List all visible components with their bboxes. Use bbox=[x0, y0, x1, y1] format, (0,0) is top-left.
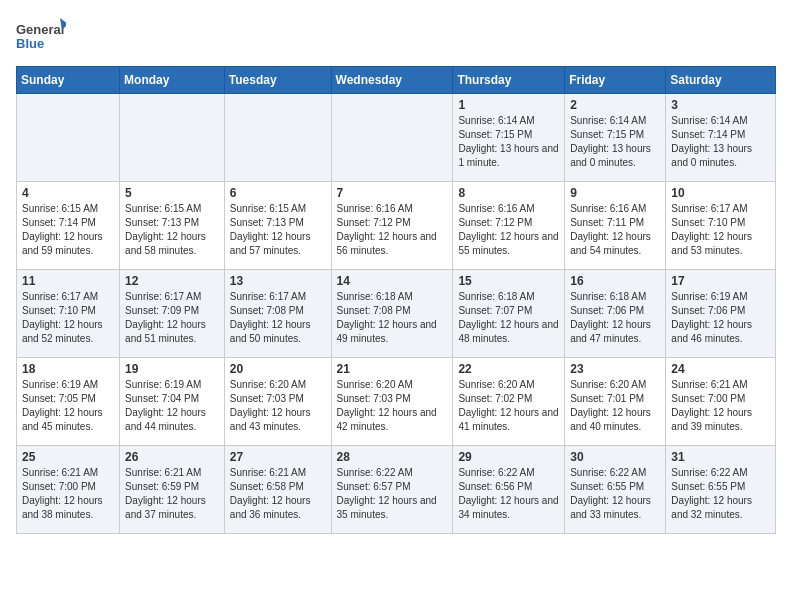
day-number: 7 bbox=[337, 186, 448, 200]
day-number: 15 bbox=[458, 274, 559, 288]
svg-text:General: General bbox=[16, 22, 64, 37]
day-info: Sunrise: 6:16 AM Sunset: 7:11 PM Dayligh… bbox=[570, 202, 660, 258]
calendar-day-3: 3Sunrise: 6:14 AM Sunset: 7:14 PM Daylig… bbox=[666, 94, 776, 182]
day-number: 25 bbox=[22, 450, 114, 464]
calendar-day-23: 23Sunrise: 6:20 AM Sunset: 7:01 PM Dayli… bbox=[565, 358, 666, 446]
day-number: 17 bbox=[671, 274, 770, 288]
day-info: Sunrise: 6:22 AM Sunset: 6:57 PM Dayligh… bbox=[337, 466, 448, 522]
calendar-day-7: 7Sunrise: 6:16 AM Sunset: 7:12 PM Daylig… bbox=[331, 182, 453, 270]
calendar-day-14: 14Sunrise: 6:18 AM Sunset: 7:08 PM Dayli… bbox=[331, 270, 453, 358]
day-header-wednesday: Wednesday bbox=[331, 67, 453, 94]
day-number: 30 bbox=[570, 450, 660, 464]
day-header-sunday: Sunday bbox=[17, 67, 120, 94]
day-number: 3 bbox=[671, 98, 770, 112]
day-header-tuesday: Tuesday bbox=[224, 67, 331, 94]
day-number: 1 bbox=[458, 98, 559, 112]
calendar-day-31: 31Sunrise: 6:22 AM Sunset: 6:55 PM Dayli… bbox=[666, 446, 776, 534]
calendar-week-row: 18Sunrise: 6:19 AM Sunset: 7:05 PM Dayli… bbox=[17, 358, 776, 446]
day-info: Sunrise: 6:17 AM Sunset: 7:09 PM Dayligh… bbox=[125, 290, 219, 346]
calendar-day-21: 21Sunrise: 6:20 AM Sunset: 7:03 PM Dayli… bbox=[331, 358, 453, 446]
calendar-day-8: 8Sunrise: 6:16 AM Sunset: 7:12 PM Daylig… bbox=[453, 182, 565, 270]
calendar-day-2: 2Sunrise: 6:14 AM Sunset: 7:15 PM Daylig… bbox=[565, 94, 666, 182]
day-number: 28 bbox=[337, 450, 448, 464]
day-number: 13 bbox=[230, 274, 326, 288]
day-number: 16 bbox=[570, 274, 660, 288]
calendar-day-4: 4Sunrise: 6:15 AM Sunset: 7:14 PM Daylig… bbox=[17, 182, 120, 270]
day-info: Sunrise: 6:14 AM Sunset: 7:15 PM Dayligh… bbox=[458, 114, 559, 170]
day-number: 4 bbox=[22, 186, 114, 200]
day-info: Sunrise: 6:14 AM Sunset: 7:15 PM Dayligh… bbox=[570, 114, 660, 170]
day-info: Sunrise: 6:21 AM Sunset: 7:00 PM Dayligh… bbox=[671, 378, 770, 434]
calendar-day-11: 11Sunrise: 6:17 AM Sunset: 7:10 PM Dayli… bbox=[17, 270, 120, 358]
day-info: Sunrise: 6:22 AM Sunset: 6:55 PM Dayligh… bbox=[671, 466, 770, 522]
calendar-day-18: 18Sunrise: 6:19 AM Sunset: 7:05 PM Dayli… bbox=[17, 358, 120, 446]
day-info: Sunrise: 6:19 AM Sunset: 7:04 PM Dayligh… bbox=[125, 378, 219, 434]
calendar-day-16: 16Sunrise: 6:18 AM Sunset: 7:06 PM Dayli… bbox=[565, 270, 666, 358]
logo-svg: General Blue bbox=[16, 16, 66, 58]
day-number: 2 bbox=[570, 98, 660, 112]
calendar-day-17: 17Sunrise: 6:19 AM Sunset: 7:06 PM Dayli… bbox=[666, 270, 776, 358]
day-info: Sunrise: 6:22 AM Sunset: 6:56 PM Dayligh… bbox=[458, 466, 559, 522]
day-info: Sunrise: 6:20 AM Sunset: 7:03 PM Dayligh… bbox=[230, 378, 326, 434]
day-info: Sunrise: 6:14 AM Sunset: 7:14 PM Dayligh… bbox=[671, 114, 770, 170]
day-number: 14 bbox=[337, 274, 448, 288]
day-info: Sunrise: 6:15 AM Sunset: 7:13 PM Dayligh… bbox=[230, 202, 326, 258]
day-number: 22 bbox=[458, 362, 559, 376]
calendar-day-9: 9Sunrise: 6:16 AM Sunset: 7:11 PM Daylig… bbox=[565, 182, 666, 270]
day-info: Sunrise: 6:20 AM Sunset: 7:03 PM Dayligh… bbox=[337, 378, 448, 434]
calendar-day-29: 29Sunrise: 6:22 AM Sunset: 6:56 PM Dayli… bbox=[453, 446, 565, 534]
calendar-day-5: 5Sunrise: 6:15 AM Sunset: 7:13 PM Daylig… bbox=[120, 182, 225, 270]
calendar-week-row: 1Sunrise: 6:14 AM Sunset: 7:15 PM Daylig… bbox=[17, 94, 776, 182]
day-number: 24 bbox=[671, 362, 770, 376]
calendar-day-27: 27Sunrise: 6:21 AM Sunset: 6:58 PM Dayli… bbox=[224, 446, 331, 534]
calendar-day-1: 1Sunrise: 6:14 AM Sunset: 7:15 PM Daylig… bbox=[453, 94, 565, 182]
day-number: 18 bbox=[22, 362, 114, 376]
day-info: Sunrise: 6:18 AM Sunset: 7:06 PM Dayligh… bbox=[570, 290, 660, 346]
day-info: Sunrise: 6:20 AM Sunset: 7:02 PM Dayligh… bbox=[458, 378, 559, 434]
day-header-saturday: Saturday bbox=[666, 67, 776, 94]
day-info: Sunrise: 6:16 AM Sunset: 7:12 PM Dayligh… bbox=[337, 202, 448, 258]
calendar-week-row: 25Sunrise: 6:21 AM Sunset: 7:00 PM Dayli… bbox=[17, 446, 776, 534]
calendar-day-12: 12Sunrise: 6:17 AM Sunset: 7:09 PM Dayli… bbox=[120, 270, 225, 358]
calendar-day-15: 15Sunrise: 6:18 AM Sunset: 7:07 PM Dayli… bbox=[453, 270, 565, 358]
day-number: 27 bbox=[230, 450, 326, 464]
day-info: Sunrise: 6:21 AM Sunset: 7:00 PM Dayligh… bbox=[22, 466, 114, 522]
day-header-friday: Friday bbox=[565, 67, 666, 94]
calendar-week-row: 4Sunrise: 6:15 AM Sunset: 7:14 PM Daylig… bbox=[17, 182, 776, 270]
svg-text:Blue: Blue bbox=[16, 36, 44, 51]
calendar-day-28: 28Sunrise: 6:22 AM Sunset: 6:57 PM Dayli… bbox=[331, 446, 453, 534]
day-header-monday: Monday bbox=[120, 67, 225, 94]
day-info: Sunrise: 6:19 AM Sunset: 7:06 PM Dayligh… bbox=[671, 290, 770, 346]
empty-day bbox=[17, 94, 120, 182]
calendar-day-20: 20Sunrise: 6:20 AM Sunset: 7:03 PM Dayli… bbox=[224, 358, 331, 446]
day-info: Sunrise: 6:21 AM Sunset: 6:58 PM Dayligh… bbox=[230, 466, 326, 522]
calendar-day-6: 6Sunrise: 6:15 AM Sunset: 7:13 PM Daylig… bbox=[224, 182, 331, 270]
day-number: 12 bbox=[125, 274, 219, 288]
day-number: 5 bbox=[125, 186, 219, 200]
day-number: 19 bbox=[125, 362, 219, 376]
empty-day bbox=[331, 94, 453, 182]
day-number: 10 bbox=[671, 186, 770, 200]
logo: General Blue bbox=[16, 16, 66, 58]
empty-day bbox=[120, 94, 225, 182]
day-number: 23 bbox=[570, 362, 660, 376]
day-info: Sunrise: 6:17 AM Sunset: 7:10 PM Dayligh… bbox=[671, 202, 770, 258]
day-number: 21 bbox=[337, 362, 448, 376]
day-info: Sunrise: 6:17 AM Sunset: 7:10 PM Dayligh… bbox=[22, 290, 114, 346]
calendar-week-row: 11Sunrise: 6:17 AM Sunset: 7:10 PM Dayli… bbox=[17, 270, 776, 358]
calendar-day-26: 26Sunrise: 6:21 AM Sunset: 6:59 PM Dayli… bbox=[120, 446, 225, 534]
calendar-day-10: 10Sunrise: 6:17 AM Sunset: 7:10 PM Dayli… bbox=[666, 182, 776, 270]
day-number: 20 bbox=[230, 362, 326, 376]
calendar-day-24: 24Sunrise: 6:21 AM Sunset: 7:00 PM Dayli… bbox=[666, 358, 776, 446]
calendar-day-22: 22Sunrise: 6:20 AM Sunset: 7:02 PM Dayli… bbox=[453, 358, 565, 446]
day-info: Sunrise: 6:15 AM Sunset: 7:13 PM Dayligh… bbox=[125, 202, 219, 258]
day-info: Sunrise: 6:16 AM Sunset: 7:12 PM Dayligh… bbox=[458, 202, 559, 258]
day-info: Sunrise: 6:19 AM Sunset: 7:05 PM Dayligh… bbox=[22, 378, 114, 434]
day-header-thursday: Thursday bbox=[453, 67, 565, 94]
calendar-day-30: 30Sunrise: 6:22 AM Sunset: 6:55 PM Dayli… bbox=[565, 446, 666, 534]
empty-day bbox=[224, 94, 331, 182]
day-number: 11 bbox=[22, 274, 114, 288]
day-info: Sunrise: 6:22 AM Sunset: 6:55 PM Dayligh… bbox=[570, 466, 660, 522]
calendar-table: SundayMondayTuesdayWednesdayThursdayFrid… bbox=[16, 66, 776, 534]
day-info: Sunrise: 6:20 AM Sunset: 7:01 PM Dayligh… bbox=[570, 378, 660, 434]
